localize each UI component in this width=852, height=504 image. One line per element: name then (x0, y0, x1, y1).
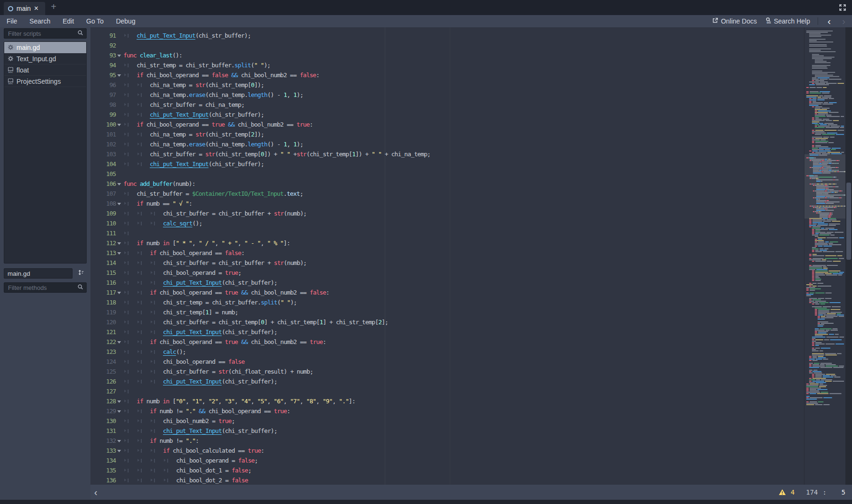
line-number[interactable]: 125 (90, 367, 116, 376)
line-number[interactable]: 108 (90, 199, 116, 208)
line-number[interactable]: 118 (90, 297, 116, 307)
code-line-118[interactable]: 118chi_str_temp = chi_str_buffer.split("… (123, 297, 800, 307)
code-editor[interactable]: 91chi_put_Text_Input(chi_str_buffer);929… (90, 27, 852, 485)
script-item-projectsettings[interactable]: DOCProjectSettings (4, 76, 86, 87)
current-script-dropdown[interactable]: main.gd (4, 268, 73, 279)
line-number[interactable]: 105 (90, 169, 116, 179)
line-number[interactable]: 123 (90, 347, 116, 357)
code-line-126[interactable]: 126chi_put_Text_Input(chi_str_buffer); (123, 376, 800, 386)
menu-item-edit[interactable]: Edit (63, 17, 74, 25)
code-line-131[interactable]: 131chi_put_Text_Input(chi_str_buffer); (123, 426, 800, 436)
code-line-134[interactable]: 134chi_bool_operand = false; (123, 456, 800, 465)
line-number[interactable]: 107 (90, 189, 116, 199)
editor-scrollbar[interactable] (845, 27, 852, 485)
collapse-scripts-button[interactable]: ‹ (94, 488, 97, 496)
line-number[interactable]: 100 (90, 120, 116, 129)
code-line-105[interactable]: 105 (123, 169, 800, 179)
line-number[interactable]: 124 (90, 357, 116, 367)
search-help-button[interactable]: DOC Search Help (764, 17, 810, 25)
code-line-102[interactable]: 102chi_na_temp.erase(chi_na_temp.length(… (123, 139, 800, 149)
history-forward-button[interactable]: › (840, 16, 847, 26)
line-number[interactable]: 94 (90, 60, 116, 70)
code-line-107[interactable]: 107chi_str_buffer = $Container/TextIO/Te… (123, 189, 800, 199)
menu-item-search[interactable]: Search (30, 17, 50, 25)
code-line-115[interactable]: 115chi_bool_operand = true; (123, 268, 800, 278)
line-number[interactable]: 93 (90, 50, 116, 60)
minimap[interactable] (804, 27, 845, 485)
code-line-110[interactable]: 110calc_sqrt(); (123, 218, 800, 228)
script-item-main-gd[interactable]: main.gd (4, 42, 86, 53)
code-line-132[interactable]: 132if numb != ".": (123, 436, 800, 446)
code-line-125[interactable]: 125chi_str_buffer = str(chi_float_result… (123, 367, 800, 376)
history-back-button[interactable]: ‹ (826, 16, 833, 26)
fold-arrow-icon[interactable] (117, 124, 121, 126)
fold-arrow-icon[interactable] (117, 74, 121, 77)
warning-icon[interactable] (779, 488, 786, 496)
code-line-98[interactable]: 98chi_str_buffer = chi_na_temp; (123, 100, 800, 110)
code-line-106[interactable]: 106func add_buffer(numb): (123, 179, 800, 189)
code-line-117[interactable]: 117if chi_bool_operand == true && chi_bo… (123, 288, 800, 297)
tab-close-icon[interactable]: × (34, 5, 38, 12)
line-number[interactable]: 131 (90, 426, 116, 436)
menu-item-go-to[interactable]: Go To (86, 17, 104, 25)
line-number[interactable]: 133 (90, 446, 116, 456)
line-number[interactable]: 98 (90, 100, 116, 110)
fold-arrow-icon[interactable] (117, 400, 121, 403)
code-line-99[interactable]: 99chi_put_Text_Input(chi_str_buffer); (123, 110, 800, 120)
line-number[interactable]: 130 (90, 416, 116, 426)
code-line-124[interactable]: 124chi_bool_operand == false (123, 357, 800, 367)
code-line-130[interactable]: 130chi_bool_numb2 = true; (123, 416, 800, 426)
line-number[interactable]: 101 (90, 129, 116, 139)
code-line-120[interactable]: 120chi_str_buffer = chi_str_temp[0] + ch… (123, 317, 800, 327)
code-line-108[interactable]: 108if numb == " √ ": (123, 199, 800, 208)
online-docs-button[interactable]: Online Docs (712, 17, 757, 25)
line-number[interactable]: 92 (90, 40, 116, 50)
code-line-129[interactable]: 129if numb != "." && chi_bool_operand ==… (123, 406, 800, 416)
line-number[interactable]: 136 (90, 475, 116, 485)
line-number[interactable]: 116 (90, 278, 116, 288)
line-number[interactable]: 113 (90, 248, 116, 258)
code-line-112[interactable]: 112if numb in [" * ", " / ", " + ", " - … (123, 238, 800, 248)
line-number[interactable]: 119 (90, 307, 116, 317)
code-line-121[interactable]: 121chi_put_Text_Input(chi_str_buffer); (123, 327, 800, 337)
line-number[interactable]: 112 (90, 238, 116, 248)
new-tab-button[interactable]: + (51, 1, 57, 12)
fold-arrow-icon[interactable] (117, 55, 121, 57)
line-number[interactable]: 129 (90, 406, 116, 416)
line-number[interactable]: 127 (90, 386, 116, 396)
code-line-91[interactable]: 91chi_put_Text_Input(chi_str_buffer); (123, 31, 800, 40)
code-line-136[interactable]: 136chi_bool_dot_2 = false (123, 475, 800, 485)
line-number[interactable]: 102 (90, 139, 116, 149)
code-line-101[interactable]: 101chi_na_temp = str(chi_str_temp[2]); (123, 129, 800, 139)
line-number[interactable]: 121 (90, 327, 116, 337)
line-number[interactable]: 132 (90, 436, 116, 446)
line-number[interactable]: 117 (90, 288, 116, 297)
line-number[interactable]: 122 (90, 337, 116, 347)
fold-arrow-icon[interactable] (117, 410, 121, 413)
fold-arrow-icon[interactable] (117, 252, 121, 255)
menu-item-file[interactable]: File (7, 17, 17, 25)
scripts-filter-input[interactable] (7, 30, 77, 38)
methods-filter-input[interactable] (7, 284, 77, 292)
line-number[interactable]: 91 (90, 31, 116, 40)
line-number[interactable]: 97 (90, 90, 116, 100)
script-item-text-input-gd[interactable]: Text_Input.gd (4, 53, 86, 64)
code-line-133[interactable]: 133if chi_bool_calculated == true: (123, 446, 800, 456)
code-line-93[interactable]: 93func clear_last(): (123, 50, 800, 60)
code-line-95[interactable]: 95if chi_bool_operand == false && chi_bo… (123, 70, 800, 80)
line-number[interactable]: 114 (90, 258, 116, 268)
fold-arrow-icon[interactable] (117, 341, 121, 344)
code-line-92[interactable]: 92 (123, 40, 800, 50)
code-line-128[interactable]: 128if numb in ["0", "1", "2", "3", "4", … (123, 396, 800, 406)
code-line-97[interactable]: 97chi_na_temp.erase(chi_na_temp.length()… (123, 90, 800, 100)
code-line-109[interactable]: 109chi_str_buffer = chi_str_buffer + str… (123, 208, 800, 218)
fold-arrow-icon[interactable] (117, 203, 121, 205)
code-line-135[interactable]: 135chi_bool_dot_1 = false; (123, 465, 800, 475)
fold-arrow-icon[interactable] (117, 450, 121, 452)
line-number[interactable]: 99 (90, 110, 116, 120)
editor-scrollbar-thumb[interactable] (846, 183, 851, 260)
code-line-116[interactable]: 116chi_put_Text_Input(chi_str_buffer); (123, 278, 800, 288)
line-number[interactable]: 134 (90, 456, 116, 465)
code-line-113[interactable]: 113if chi_bool_operand == false: (123, 248, 800, 258)
line-number[interactable]: 120 (90, 317, 116, 327)
